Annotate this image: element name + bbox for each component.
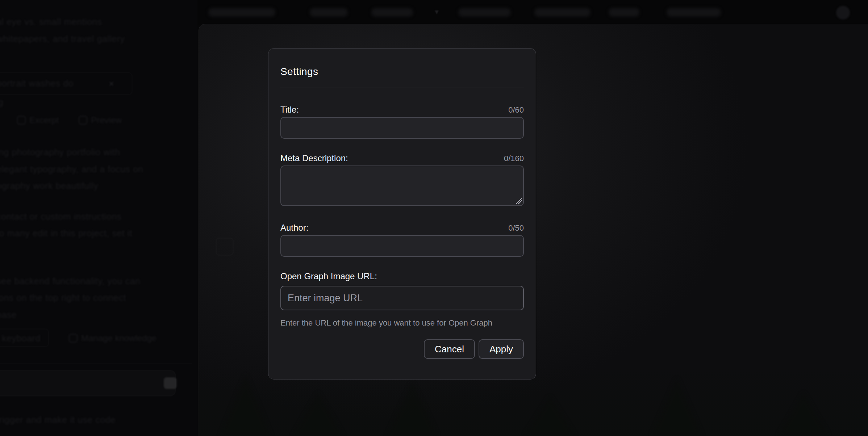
sidebar-text-line: see backend functionality, you can	[0, 276, 140, 286]
settings-modal: Settings Title: 0/60 Meta Description: 0…	[268, 48, 536, 380]
canvas-faint-button	[216, 238, 233, 255]
tree-silhouette	[525, 396, 575, 436]
keyboard-label: keyboard	[2, 333, 41, 344]
cancel-button[interactable]: Cancel	[424, 339, 475, 359]
sidebar-text-line: contact or custom instructions	[0, 211, 122, 222]
topbar-text-blob	[667, 8, 721, 17]
topbar-text-blob	[458, 8, 511, 17]
meta-description-label: Meta Description:	[280, 153, 348, 163]
meta-description-counter: 0/160	[504, 154, 524, 163]
close-icon: ×	[109, 78, 114, 89]
sidebar-text-line: g	[0, 97, 3, 108]
tree-silhouette	[651, 378, 702, 436]
sidebar-text-line: ography work beautifully	[0, 181, 99, 191]
sidebar-text-line: trigger and make it use code	[0, 415, 116, 425]
excerpt-toggle: Excerpt	[17, 115, 59, 125]
og-image-url-label: Open Graph Image URL:	[280, 271, 377, 281]
author-counter: 0/50	[508, 223, 524, 233]
topbar-text-blob	[609, 8, 639, 17]
og-image-url-helper: Enter the URL of the image you want to u…	[280, 318, 524, 328]
sidebar-text-line: portrait washes do	[0, 78, 74, 89]
preview-icon	[79, 116, 87, 125]
sidebar-text-line: ions on the top right to connect	[0, 293, 126, 303]
avatar	[836, 6, 850, 20]
modal-divider	[280, 88, 524, 88]
send-button	[164, 377, 177, 389]
tree-silhouette	[387, 382, 438, 436]
sidebar-divider	[0, 364, 192, 364]
knowledge-icon	[69, 334, 78, 343]
topbar-text-blob	[310, 8, 348, 17]
title-input[interactable]	[280, 117, 524, 139]
author-input[interactable]	[280, 235, 524, 257]
sidebar-text-line: ing photography portfolio with	[0, 147, 120, 158]
resize-handle-icon[interactable]	[515, 197, 522, 204]
og-image-url-input[interactable]	[280, 286, 524, 310]
chat-input	[0, 370, 176, 396]
preview-toggle: Preview	[79, 115, 122, 125]
meta-description-textarea[interactable]	[280, 165, 524, 206]
tree-silhouette	[293, 393, 343, 436]
sidebar-text-line: to many edit in this project, set it	[0, 228, 132, 239]
manage-knowledge-button: Manage knowledge	[69, 333, 157, 343]
preview-label: Preview	[91, 115, 122, 125]
sidebar-text-line: base	[0, 310, 17, 320]
title-label: Title:	[280, 105, 299, 115]
manage-knowledge-label: Manage knowledge	[81, 333, 157, 343]
excerpt-icon	[17, 116, 26, 125]
modal-title: Settings	[280, 66, 524, 77]
tree-silhouette	[778, 393, 829, 436]
sidebar-text-line: elegant typography, and a focus on	[0, 164, 143, 175]
author-label: Author:	[280, 223, 308, 233]
topbar-text-blob	[208, 8, 275, 17]
app-page: ▾ al eye vs. small mentions whitepapers,…	[0, 0, 868, 436]
excerpt-label: Excerpt	[29, 115, 59, 125]
chat-sidebar: al eye vs. small mentions whitepapers, a…	[0, 0, 197, 436]
title-counter: 0/60	[508, 105, 524, 115]
chevron-down-icon: ▾	[435, 7, 439, 17]
apply-button[interactable]: Apply	[479, 339, 524, 359]
sidebar-text-line: whitepapers, and travel gallery	[0, 34, 125, 44]
topbar-text-blob	[371, 8, 413, 17]
topbar-text-blob	[534, 8, 591, 17]
sidebar-text-line: al eye vs. small mentions	[0, 17, 102, 27]
tree-silhouette	[220, 374, 271, 436]
